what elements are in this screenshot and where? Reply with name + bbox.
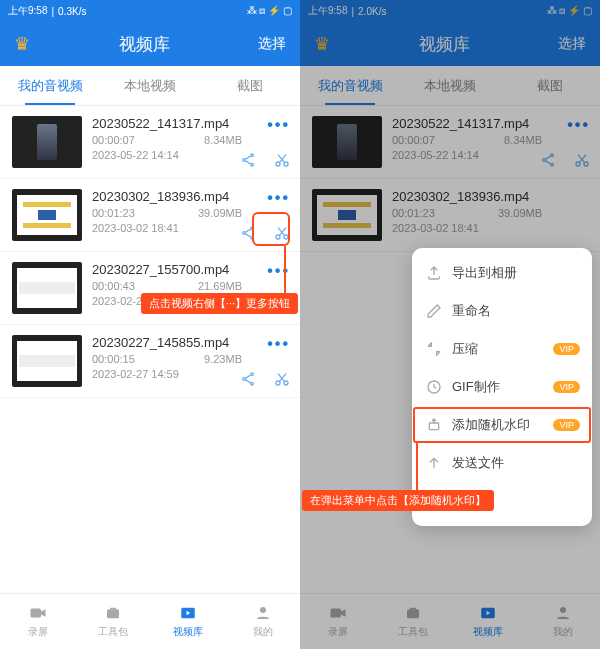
- video-thumb: [12, 335, 82, 387]
- video-thumb: [12, 116, 82, 168]
- video-name: 20230302_183936.mp4: [392, 189, 588, 204]
- video-thumb: [12, 189, 82, 241]
- callout-text: 点击视频右侧【···】更多按钮: [141, 293, 298, 314]
- video-name: 20230522_141317.mp4: [92, 116, 288, 131]
- header-title: 视频库: [119, 33, 170, 56]
- status-icons: ⁂ ⧈ ⚡ ▢: [247, 5, 292, 17]
- svg-point-32: [560, 607, 566, 613]
- svg-point-24: [551, 154, 554, 157]
- svg-point-17: [251, 382, 254, 385]
- context-menu: 导出到相册 重命名 压缩VIP GIF制作VIP 添加随机水印VIP 发送文件 …: [412, 248, 592, 526]
- tab-local[interactable]: 本地视频: [400, 66, 500, 105]
- video-name: 20230522_141317.mp4: [392, 116, 588, 131]
- svg-rect-34: [429, 423, 438, 430]
- nav-me[interactable]: 我的: [525, 594, 600, 649]
- menu-compress[interactable]: 压缩VIP: [412, 330, 592, 368]
- more-button[interactable]: •••: [567, 116, 590, 134]
- menu-watermark[interactable]: 添加随机水印VIP: [412, 406, 592, 444]
- share-icon[interactable]: [240, 152, 256, 168]
- share-icon[interactable]: [240, 371, 256, 387]
- list-item[interactable]: 20230522_141317.mp4 00:00:078.34MB 2023-…: [300, 106, 600, 179]
- video-thumb: [12, 262, 82, 314]
- header: ♛ 视频库 选择: [300, 22, 600, 66]
- header: ♛ 视频库 选择: [0, 22, 300, 66]
- svg-point-15: [251, 373, 254, 376]
- status-speed: 0.3K/s: [58, 6, 86, 17]
- svg-point-1: [243, 159, 246, 162]
- menu-send[interactable]: 发送文件: [412, 444, 592, 482]
- tab-screenshot[interactable]: 截图: [500, 66, 600, 105]
- svg-point-26: [551, 163, 554, 166]
- crown-icon[interactable]: ♛: [314, 33, 330, 55]
- nav-record[interactable]: 录屏: [300, 594, 375, 649]
- svg-point-23: [260, 607, 266, 613]
- menu-rename[interactable]: 重命名: [412, 292, 592, 330]
- video-thumb: [312, 189, 382, 241]
- vip-badge: VIP: [553, 419, 580, 431]
- svg-point-0: [251, 154, 254, 157]
- svg-point-2: [251, 163, 254, 166]
- nav-record[interactable]: 录屏: [0, 594, 75, 649]
- more-button[interactable]: •••: [267, 189, 290, 207]
- video-name: 20230227_155700.mp4: [92, 262, 288, 277]
- tabs: 我的音视频 本地视频 截图: [0, 66, 300, 106]
- video-name: 20230227_145855.mp4: [92, 335, 288, 350]
- status-speed: 2.0K/s: [358, 6, 386, 17]
- more-button[interactable]: •••: [267, 116, 290, 134]
- vip-badge: VIP: [553, 381, 580, 393]
- status-time: 上午9:58: [308, 4, 347, 18]
- svg-rect-29: [330, 609, 341, 618]
- select-button[interactable]: 选择: [258, 35, 286, 53]
- vip-badge: VIP: [553, 343, 580, 355]
- share-icon[interactable]: [240, 225, 256, 241]
- cut-icon[interactable]: [274, 152, 290, 168]
- cut-icon[interactable]: [574, 152, 590, 168]
- svg-point-16: [243, 378, 246, 381]
- list-item[interactable]: 20230302_183936.mp4 00:01:2339.09MB 2023…: [300, 179, 600, 252]
- svg-point-5: [251, 227, 254, 230]
- nav-me[interactable]: 我的: [225, 594, 300, 649]
- status-time: 上午9:58: [8, 4, 47, 18]
- video-list: 20230522_141317.mp4 00:00:078.34MB 2023-…: [0, 106, 300, 593]
- share-icon[interactable]: [540, 152, 556, 168]
- tab-my-media[interactable]: 我的音视频: [0, 66, 100, 105]
- svg-rect-30: [407, 609, 419, 618]
- phone-left: 上午9:58|0.3K/s ⁂ ⧈ ⚡ ▢ ♛ 视频库 选择 我的音视频 本地视…: [0, 0, 300, 649]
- callout-arrow: [284, 246, 286, 294]
- status-icons: ⁂ ⧈ ⚡ ▢: [547, 5, 592, 17]
- bottom-nav: 录屏 工具包 视频库 我的: [300, 593, 600, 649]
- list-item[interactable]: 20230522_141317.mp4 00:00:078.34MB 2023-…: [0, 106, 300, 179]
- more-button[interactable]: •••: [267, 262, 290, 280]
- svg-rect-20: [30, 609, 41, 618]
- cut-icon[interactable]: [274, 371, 290, 387]
- callout-text: 在弹出菜单中点击【添加随机水印】: [302, 490, 494, 511]
- tab-local[interactable]: 本地视频: [100, 66, 200, 105]
- list-item[interactable]: 20230227_155700.mp4 00:00:4321.69MB 2023…: [0, 252, 300, 325]
- menu-gif[interactable]: GIF制作VIP: [412, 368, 592, 406]
- tab-screenshot[interactable]: 截图: [200, 66, 300, 105]
- more-button[interactable]: •••: [267, 335, 290, 353]
- svg-rect-21: [107, 609, 119, 618]
- tabs: 我的音视频 本地视频 截图: [300, 66, 600, 106]
- tab-my-media[interactable]: 我的音视频: [300, 66, 400, 105]
- statusbar: 上午9:58|2.0K/s ⁂ ⧈ ⚡ ▢: [300, 0, 600, 22]
- phone-right: 上午9:58|2.0K/s ⁂ ⧈ ⚡ ▢ ♛ 视频库 选择 我的音视频 本地视…: [300, 0, 600, 649]
- video-name: 20230302_183936.mp4: [92, 189, 288, 204]
- list-item[interactable]: 20230227_145855.mp4 00:00:159.23MB 2023-…: [0, 325, 300, 398]
- svg-point-7: [251, 236, 254, 239]
- crown-icon[interactable]: ♛: [14, 33, 30, 55]
- nav-tools[interactable]: 工具包: [75, 594, 150, 649]
- video-thumb: [312, 116, 382, 168]
- svg-point-25: [543, 159, 546, 162]
- bottom-nav: 录屏 工具包 视频库 我的: [0, 593, 300, 649]
- callout-arrow: [416, 442, 418, 492]
- svg-point-6: [243, 232, 246, 235]
- nav-tools[interactable]: 工具包: [375, 594, 450, 649]
- nav-library[interactable]: 视频库: [150, 594, 225, 649]
- nav-library[interactable]: 视频库: [450, 594, 525, 649]
- list-item[interactable]: 20230302_183936.mp4 00:01:2339.09MB 2023…: [0, 179, 300, 252]
- select-button[interactable]: 选择: [558, 35, 586, 53]
- statusbar: 上午9:58|0.3K/s ⁂ ⧈ ⚡ ▢: [0, 0, 300, 22]
- menu-export[interactable]: 导出到相册: [412, 254, 592, 292]
- cut-icon[interactable]: [274, 225, 290, 241]
